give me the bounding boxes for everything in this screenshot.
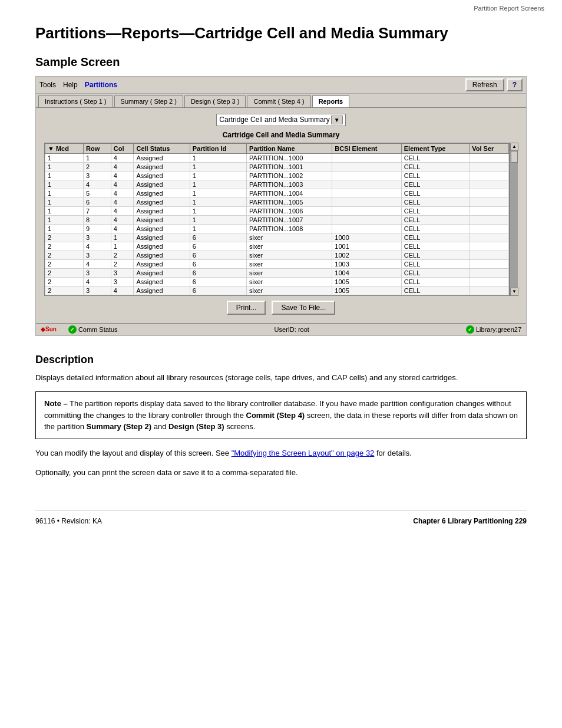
save-to-file-button[interactable]: Save To File... (272, 301, 335, 315)
table-cell (332, 215, 401, 224)
tab-reports[interactable]: Reports (312, 95, 350, 107)
table-cell: CELL (401, 153, 469, 162)
table-row[interactable]: 232Assigned6sixer1002CELL (45, 251, 509, 259)
table-cell: 4 (111, 189, 134, 197)
table-cell: 3 (84, 286, 111, 295)
col-header-partition-name[interactable]: Partition Name (247, 143, 332, 153)
table-row[interactable]: 242Assigned6sixer1003CELL (45, 259, 509, 268)
table-cell: PARTITION...1005 (247, 197, 332, 206)
col-header-col[interactable]: Col (111, 143, 134, 153)
table-cell: 6 (190, 259, 246, 268)
table-cell: 1002 (332, 251, 401, 259)
table-row[interactable]: 194Assigned1PARTITION...1008CELL (45, 224, 509, 233)
modify-layout-link[interactable]: "Modifying the Screen Layout" on page 32 (232, 449, 375, 457)
table-cell: 4 (84, 259, 111, 268)
dropdown-arrow-icon[interactable]: ▼ (331, 116, 343, 124)
library-status-icon: ✓ (466, 325, 474, 334)
table-row[interactable]: 233Assigned6sixer1004CELL (45, 268, 509, 277)
table-cell: 3 (111, 277, 134, 286)
table-cell: Assigned (134, 224, 190, 233)
col-header-mcd[interactable]: ▼ Mcd (45, 143, 84, 153)
table-cell: Assigned (134, 153, 190, 162)
scrollbar[interactable]: ▲ ▼ (510, 143, 518, 296)
col-header-bcsi[interactable]: BCSI Element (332, 143, 401, 153)
col-header-vol-ser[interactable]: Vol Ser (470, 143, 509, 153)
col-header-cell-status[interactable]: Cell Status (134, 143, 190, 153)
col-header-partition-id[interactable]: Partition Id (190, 143, 246, 153)
table-cell: CELL (401, 233, 469, 242)
tab-design[interactable]: Design ( Step 3 ) (184, 95, 246, 107)
table-cell (470, 251, 509, 259)
help-button[interactable]: ? (507, 78, 523, 91)
table-cell: 3 (84, 251, 111, 259)
screen-simulation: Tools Help Partitions Refresh ? Instruct… (35, 76, 527, 336)
scroll-thumb[interactable] (511, 151, 518, 163)
table-row[interactable]: 231Assigned6sixer1000CELL (45, 233, 509, 242)
table-row[interactable]: 124Assigned1PARTITION...1001CELL (45, 162, 509, 171)
table-cell: Assigned (134, 171, 190, 180)
description-section: Description Displays detailed informatio… (35, 354, 527, 479)
table-row[interactable]: 184Assigned1PARTITION...1007CELL (45, 215, 509, 224)
table-cell: Assigned (134, 180, 190, 189)
table-cell: 1 (190, 197, 246, 206)
refresh-button[interactable]: Refresh (465, 78, 504, 91)
library-label: Library:green27 (476, 326, 521, 333)
scroll-down-button[interactable]: ▼ (510, 288, 518, 296)
scroll-up-button[interactable]: ▲ (510, 143, 518, 151)
table-cell: sixer (247, 259, 332, 268)
table-cell: 1 (190, 189, 246, 197)
status-bar: ◆Sun ✓ Comm Status UserID: root ✓ Librar… (36, 323, 526, 335)
para2: You can modify the layout and display of… (35, 447, 527, 459)
table-cell: CELL (401, 259, 469, 268)
table-cell (332, 153, 401, 162)
table-cell: 1 (190, 206, 246, 215)
note-label: Note – (44, 399, 68, 408)
table-row[interactable]: 164Assigned1PARTITION...1005CELL (45, 197, 509, 206)
table-row[interactable]: 114Assigned1PARTITION...1000CELL (45, 153, 509, 162)
table-cell (332, 180, 401, 189)
table-row[interactable]: 144Assigned1PARTITION...1003CELL (45, 180, 509, 189)
table-row[interactable]: 241Assigned6sixer1001CELL (45, 242, 509, 251)
para2-pre: You can modify the layout and display of… (35, 449, 232, 457)
tab-instructions[interactable]: Instructions ( Step 1 ) (38, 95, 113, 107)
table-cell: 1 (45, 153, 84, 162)
description-text: Displays detailed information about all … (35, 372, 527, 384)
table-cell: 1 (45, 197, 84, 206)
table-row[interactable]: 134Assigned1PARTITION...1002CELL (45, 171, 509, 180)
table-cell: 4 (111, 180, 134, 189)
tab-summary[interactable]: Summary ( Step 2 ) (114, 95, 183, 107)
table-cell: PARTITION...1004 (247, 189, 332, 197)
report-dropdown[interactable]: Cartridge Cell and Media Summary ▼ (216, 114, 345, 126)
scroll-track[interactable] (510, 151, 518, 288)
table-cell: 4 (111, 162, 134, 171)
table-row[interactable]: 234Assigned6sixer1005CELL (45, 286, 509, 295)
tab-commit[interactable]: Commit ( Step 4 ) (247, 95, 310, 107)
table-row[interactable]: 174Assigned1PARTITION...1006CELL (45, 206, 509, 215)
table-cell: 2 (45, 251, 84, 259)
table-cell (332, 206, 401, 215)
col-header-row[interactable]: Row (84, 143, 111, 153)
menu-partitions[interactable]: Partitions (85, 81, 117, 89)
table-cell: CELL (401, 286, 469, 295)
table-cell: 1 (190, 171, 246, 180)
table-cell (332, 224, 401, 233)
table-cell: 2 (45, 259, 84, 268)
table-cell: PARTITION...1002 (247, 171, 332, 180)
col-header-element-type[interactable]: Element Type (401, 143, 469, 153)
table-cell (470, 224, 509, 233)
data-table-container: ▼ Mcd Row Col Cell Status Partition Id P… (44, 143, 510, 296)
table-cell: 6 (190, 242, 246, 251)
table-cell: 4 (111, 197, 134, 206)
menu-help[interactable]: Help (63, 81, 78, 89)
table-cell: 1 (190, 215, 246, 224)
table-cell (470, 233, 509, 242)
table-title: Cartridge Cell and Media Summary (44, 131, 518, 139)
print-button[interactable]: Print... (227, 301, 266, 315)
table-cell: 1003 (332, 259, 401, 268)
table-cell: 1 (190, 162, 246, 171)
tab-bar: Instructions ( Step 1 ) Summary ( Step 2… (36, 94, 526, 108)
table-cell: 1 (45, 215, 84, 224)
table-row[interactable]: 243Assigned6sixer1005CELL (45, 277, 509, 286)
menu-tools[interactable]: Tools (39, 81, 56, 89)
table-row[interactable]: 154Assigned1PARTITION...1004CELL (45, 189, 509, 197)
